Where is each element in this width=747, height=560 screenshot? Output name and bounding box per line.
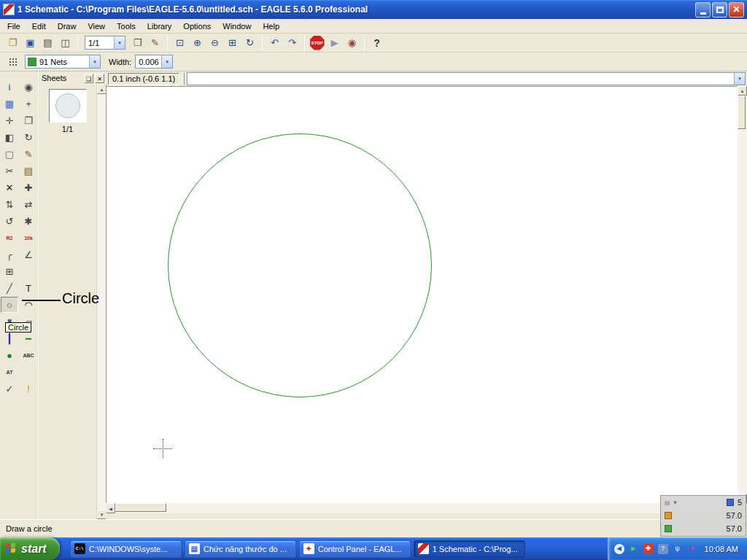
menu-item[interactable]: Options bbox=[177, 20, 217, 33]
schematic-canvas[interactable] bbox=[106, 86, 738, 503]
copy-tool[interactable]: ❐ bbox=[20, 112, 37, 128]
miter-tool[interactable]: ╭ bbox=[1, 246, 18, 262]
splitter-handle[interactable] bbox=[182, 73, 185, 85]
junction-tool[interactable]: ● bbox=[1, 347, 18, 363]
usb-device-icon[interactable]: ψ bbox=[673, 544, 683, 554]
width-selector-value: 0.006 bbox=[136, 58, 161, 66]
horizontal-scrollbar[interactable] bbox=[106, 503, 747, 513]
taskbar-task[interactable]: C:\ C:\WINDOWS\syste... bbox=[70, 540, 182, 558]
save-icon[interactable]: ▣ bbox=[22, 35, 39, 51]
smash-tool[interactable]: ✱ bbox=[20, 213, 37, 229]
erc-tool[interactable]: ✓ bbox=[1, 381, 18, 397]
scroll-track[interactable] bbox=[738, 96, 747, 494]
taskbar-task[interactable]: ✦ Control Panel - EAGL... bbox=[299, 540, 411, 558]
group-tool[interactable]: ▢ bbox=[1, 146, 18, 162]
open-board-icon[interactable]: ◫ bbox=[57, 35, 74, 51]
menu-item[interactable]: Window bbox=[217, 20, 257, 33]
zoom-select-icon[interactable]: ⊞ bbox=[224, 35, 241, 51]
sheets-close-button[interactable] bbox=[95, 74, 104, 83]
empty-slot[interactable] bbox=[20, 263, 37, 279]
show-tool[interactable]: ◉ bbox=[20, 79, 37, 95]
taskbar-task[interactable]: ▤ Chức năng thước đo ... bbox=[185, 540, 296, 558]
zoom-in-icon[interactable]: ⊕ bbox=[189, 35, 206, 51]
empty-slot-2[interactable] bbox=[20, 364, 37, 380]
grid-button[interactable] bbox=[4, 54, 21, 70]
run-script-icon[interactable]: ✎ bbox=[147, 35, 163, 51]
playback-icon[interactable]: ▶ bbox=[629, 544, 639, 554]
name-tool[interactable]: R2 bbox=[1, 230, 18, 246]
rotate-tool[interactable]: ↻ bbox=[20, 129, 37, 145]
menu-item[interactable]: Help bbox=[257, 20, 285, 33]
invoke-tool[interactable]: ⊞ bbox=[1, 263, 18, 279]
layer-selector[interactable]: 91 Nets bbox=[25, 55, 101, 69]
help-button[interactable]: ? bbox=[368, 35, 385, 51]
print-icon[interactable]: ▤ bbox=[39, 35, 56, 51]
open-file-icon[interactable]: ❐ bbox=[4, 35, 21, 51]
start-button[interactable]: start bbox=[0, 537, 60, 560]
scroll-track[interactable] bbox=[115, 503, 728, 513]
zoom-redraw-icon[interactable]: ↻ bbox=[241, 35, 258, 51]
circle-tool[interactable]: ○ bbox=[1, 297, 18, 313]
errors-tool[interactable]: ! bbox=[20, 381, 37, 397]
dropdown-arrow-icon[interactable] bbox=[161, 55, 172, 68]
dropdown-arrow-icon[interactable] bbox=[734, 73, 745, 85]
command-input[interactable] bbox=[187, 72, 746, 85]
run-ulp-icon[interactable]: ◉ bbox=[344, 35, 360, 51]
delete-tool[interactable]: ✕ bbox=[1, 179, 18, 195]
menu-item[interactable]: Draw bbox=[52, 20, 82, 33]
hidden-icons-chevron[interactable]: ◀ bbox=[614, 544, 624, 554]
width-selector[interactable]: 0.006 bbox=[135, 55, 173, 69]
display-tool[interactable]: ▦ bbox=[1, 96, 18, 112]
minimize-button[interactable] bbox=[695, 2, 711, 18]
add-tool[interactable]: ✚ bbox=[20, 179, 37, 195]
antivirus-icon[interactable]: ✚ bbox=[643, 544, 654, 554]
gateswap-tool[interactable]: ⇄ bbox=[20, 196, 37, 212]
use-library-icon[interactable]: ❒ bbox=[129, 35, 146, 51]
menu-item[interactable]: File bbox=[1, 20, 26, 33]
taskbar-task[interactable]: 1 Schematic - C:\Prog... bbox=[414, 540, 525, 558]
pinswap-tool[interactable]: ⇅ bbox=[1, 196, 18, 212]
net-tool[interactable]: ━ bbox=[20, 330, 37, 346]
sheet-selector[interactable]: 1/1 bbox=[85, 36, 125, 50]
dropdown-arrow-icon[interactable] bbox=[89, 55, 100, 68]
change-tool[interactable]: ✎ bbox=[20, 146, 37, 162]
menu-item[interactable]: Library bbox=[142, 20, 178, 33]
info-tool[interactable]: i bbox=[1, 79, 18, 95]
text-tool[interactable]: T bbox=[20, 280, 37, 296]
drawn-circle[interactable] bbox=[168, 133, 432, 397]
split-tool[interactable]: ∠ bbox=[20, 246, 37, 262]
monitor-gadget: 5 57.0 57.0 bbox=[660, 495, 746, 537]
dropdown-arrow-icon[interactable] bbox=[114, 36, 125, 49]
undo-icon[interactable]: ↶ bbox=[266, 35, 283, 51]
dock-pin-button[interactable] bbox=[84, 74, 93, 83]
scroll-thumb[interactable] bbox=[115, 503, 166, 512]
vertical-scrollbar[interactable] bbox=[738, 86, 747, 503]
go-icon[interactable]: ▶ bbox=[326, 35, 343, 51]
scroll-left-button[interactable] bbox=[106, 503, 115, 513]
bus-tool[interactable]: ┃ bbox=[1, 330, 18, 346]
mirror-tool[interactable]: ◧ bbox=[1, 129, 18, 145]
paste-tool[interactable]: ▤ bbox=[20, 163, 37, 179]
stop-button[interactable]: STOP bbox=[309, 35, 325, 51]
scroll-thumb[interactable] bbox=[738, 96, 746, 129]
zoom-fit-icon[interactable]: ⊡ bbox=[171, 35, 188, 51]
menu-item[interactable]: Edit bbox=[26, 20, 52, 33]
zoom-out-icon[interactable]: ⊖ bbox=[206, 35, 223, 51]
close-button[interactable] bbox=[729, 2, 744, 18]
menu-item[interactable]: View bbox=[82, 20, 111, 33]
scroll-up-button[interactable] bbox=[738, 86, 747, 96]
maximize-button[interactable] bbox=[712, 2, 727, 18]
cut-tool[interactable]: ✂ bbox=[1, 163, 18, 179]
attribute-tool[interactable]: AT bbox=[1, 364, 18, 380]
label-tool[interactable]: ABC bbox=[20, 347, 37, 363]
messenger-icon[interactable]: ? bbox=[658, 544, 668, 554]
redo-icon[interactable]: ↷ bbox=[284, 35, 301, 51]
wire-tool[interactable]: ╱ bbox=[1, 280, 18, 296]
move-tool[interactable]: ✛ bbox=[1, 112, 18, 128]
sheet-thumbnail[interactable] bbox=[49, 89, 87, 122]
mark-tool[interactable]: + bbox=[20, 96, 37, 112]
menu-item[interactable]: Tools bbox=[111, 20, 142, 33]
alert-icon[interactable]: ● bbox=[687, 544, 697, 554]
value-tool[interactable]: 10k bbox=[20, 230, 37, 246]
replace-tool[interactable]: ↺ bbox=[1, 213, 18, 229]
